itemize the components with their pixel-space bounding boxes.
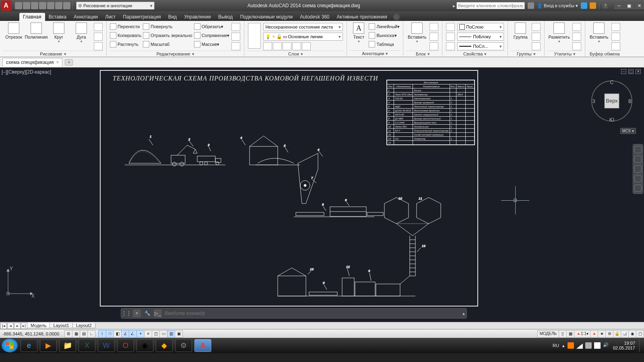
tab-plugins[interactable]: Подключаемые модули — [236, 13, 296, 21]
cut-icon[interactable] — [611, 23, 620, 31]
help-search-input[interactable] — [456, 2, 525, 9]
show-desktop-button[interactable] — [639, 339, 642, 352]
list-icon[interactable] — [446, 42, 455, 50]
line-button[interactable]: Отрезок — [3, 23, 24, 39]
task-autocad[interactable]: A — [194, 339, 211, 352]
tray-flag-icon[interactable] — [594, 342, 601, 349]
util2-icon[interactable] — [572, 33, 581, 41]
util3-icon[interactable] — [572, 42, 581, 50]
tray-arrow-icon[interactable]: ▴ — [562, 343, 565, 348]
task-chrome[interactable]: ◉ — [136, 339, 153, 352]
close-icon[interactable]: × — [56, 60, 59, 65]
layer-off-icon[interactable] — [283, 42, 291, 50]
explode-icon[interactable] — [231, 23, 240, 31]
tab-parametric[interactable]: Параметризация — [119, 13, 164, 21]
offset-icon[interactable] — [231, 33, 240, 41]
window-minimize-button[interactable]: ─ — [614, 2, 624, 9]
tab-options-icon[interactable] — [393, 14, 400, 20]
layer-lock-icon[interactable] — [292, 42, 301, 50]
window-close-button[interactable]: ✕ — [634, 2, 644, 9]
arc-button[interactable]: Дуга▾ — [71, 23, 92, 43]
dim-linear-button[interactable]: Линейный ▾ — [369, 23, 400, 31]
task-wot[interactable]: ⚙ — [175, 339, 192, 352]
linetype-combo[interactable]: ПоСл...▾ — [457, 42, 504, 50]
doc-close[interactable]: ✕ — [636, 69, 641, 74]
layer-props-icon[interactable] — [248, 23, 261, 49]
lang-indicator[interactable]: RU — [551, 343, 561, 348]
tab-home[interactable]: Главная — [19, 13, 45, 21]
viewport-controls[interactable]: [–][Сверху][2D-каркас] — [2, 69, 51, 75]
group-button[interactable]: Группа — [511, 23, 530, 39]
qat-new-icon[interactable] — [15, 2, 22, 9]
sb-clean[interactable]: ▢ — [636, 330, 644, 337]
layer-iso-icon[interactable] — [263, 42, 272, 50]
sb-anno-vis[interactable]: 🔺 — [590, 330, 598, 337]
mirror-button[interactable]: Отразить зеркально — [143, 31, 192, 39]
measure-button[interactable]: Разметить▾ — [548, 23, 570, 43]
tray-volume-icon[interactable]: 🔊 — [603, 342, 609, 349]
tab-output[interactable]: Вывод — [215, 13, 236, 21]
insert-button[interactable]: Вставить▾ — [407, 23, 427, 43]
block-attr-icon[interactable] — [429, 42, 438, 50]
sb-layout-icon[interactable]: ▯ — [559, 330, 567, 337]
trim-button[interactable]: Обрезать ▾ — [194, 23, 230, 31]
copy-clip-icon[interactable] — [611, 33, 620, 41]
sb-osnap[interactable]: □ — [106, 330, 114, 337]
layout-tab-1[interactable]: Layout1 — [50, 323, 72, 328]
cmd-options-icon[interactable]: 🔧 — [143, 309, 151, 317]
erase-icon[interactable] — [231, 42, 240, 50]
text-button[interactable]: АТекст▾ — [350, 23, 367, 43]
nav-orbit-icon[interactable] — [634, 175, 642, 182]
leader-button[interactable]: Выноска ▾ — [369, 31, 400, 39]
cmd-grip-icon[interactable]: ⋮⋮ — [122, 309, 130, 317]
lt-first[interactable]: |◂ — [0, 323, 7, 329]
command-input[interactable] — [163, 311, 461, 316]
doc-minimize[interactable]: ─ — [621, 69, 626, 74]
sb-qp[interactable]: ▭ — [159, 330, 167, 337]
rect-icon[interactable] — [94, 23, 103, 31]
sb-hw-accel[interactable]: 📊 — [621, 330, 629, 337]
layer-combo[interactable]: 💡☀🔓▭Основные линии▾ — [263, 33, 343, 41]
qat-saveas-icon[interactable] — [39, 2, 46, 9]
layer-state-combo[interactable]: Несохраненное состояние листа▾ — [263, 23, 343, 31]
anno-scale-combo[interactable]: 🔺1:1 ▾ — [574, 330, 590, 337]
task-opera[interactable]: O — [117, 339, 134, 352]
block-create-icon[interactable] — [429, 23, 438, 31]
sb-ortho[interactable]: ∟ — [87, 330, 95, 337]
view-cube[interactable]: Верх С Ю В З — [590, 79, 634, 123]
tab-a360[interactable]: Autodesk 360 — [296, 13, 333, 21]
lt-next[interactable]: ▸ — [14, 323, 21, 329]
sb-lwt[interactable]: ≡ — [144, 330, 152, 337]
start-button[interactable] — [2, 339, 18, 352]
sb-infer[interactable]: ⊞ — [64, 330, 72, 337]
system-clock[interactable]: 19:07 02.05.2017 — [613, 341, 635, 350]
tab-sheet[interactable]: Лист — [101, 13, 119, 21]
props-icon[interactable] — [446, 33, 455, 41]
doc-restore[interactable]: ▢ — [628, 69, 634, 74]
workspace-combo[interactable]: ⚙ Рисование и аннотации ▾ — [76, 2, 155, 10]
paste-spec-icon[interactable] — [611, 42, 620, 50]
sb-am[interactable]: ▣ — [175, 330, 183, 337]
help-icon[interactable]: ? — [602, 2, 609, 9]
sb-ws-icon[interactable]: ⚙ — [605, 330, 613, 337]
tray-icon-2[interactable] — [585, 342, 592, 349]
qat-plot-icon[interactable] — [47, 2, 54, 9]
sb-sc[interactable]: ▥ — [167, 330, 175, 337]
lt-prev[interactable]: ◂ — [7, 323, 14, 329]
sb-otrack[interactable]: ∠ — [121, 330, 129, 337]
layer-freeze-icon[interactable] — [273, 42, 282, 50]
ungroup-icon[interactable] — [532, 23, 541, 31]
move-button[interactable]: Перенести — [110, 23, 141, 31]
task-explorer[interactable]: 📁 — [59, 339, 76, 352]
app-ext-icon[interactable] — [590, 2, 596, 9]
task-word[interactable]: W — [98, 339, 115, 352]
drawing-viewport[interactable]: [–][Сверху][2D-каркас] ─ ▢ ✕ Верх С Ю В … — [0, 68, 644, 322]
nav-show-icon[interactable] — [634, 185, 642, 192]
nav-zoom-icon[interactable] — [634, 165, 642, 173]
matchprop-icon[interactable] — [446, 23, 455, 31]
task-ie[interactable]: e — [21, 339, 37, 352]
sb-qv-icon[interactable]: ▦ — [566, 330, 574, 337]
sb-dyn[interactable]: + — [136, 330, 144, 337]
group-select-icon[interactable] — [532, 42, 541, 50]
cmd-close-button[interactable]: × — [133, 309, 141, 317]
